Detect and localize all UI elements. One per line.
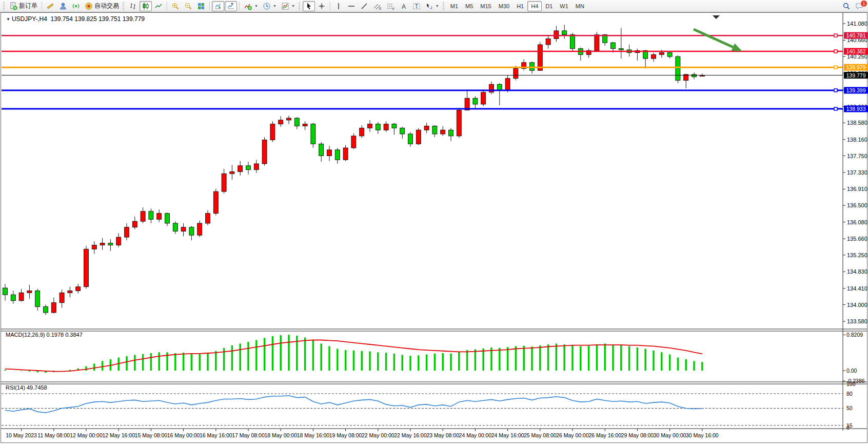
candle-body[interactable] bbox=[238, 166, 243, 172]
candle-body[interactable] bbox=[270, 124, 275, 140]
candle-body[interactable] bbox=[562, 31, 567, 35]
tab-timeframe-D1[interactable]: D1 bbox=[542, 1, 556, 11]
candle-body[interactable] bbox=[84, 249, 89, 286]
candle-body[interactable] bbox=[279, 120, 283, 124]
candle-body[interactable] bbox=[659, 52, 664, 54]
candle-body[interactable] bbox=[262, 140, 267, 164]
tab-timeframe-W1[interactable]: W1 bbox=[556, 1, 572, 11]
candle-body[interactable] bbox=[327, 150, 332, 156]
auto-scroll-button[interactable] bbox=[212, 1, 224, 11]
candle-body[interactable] bbox=[149, 211, 153, 219]
line-chart-button[interactable] bbox=[152, 1, 165, 11]
candle-body[interactable] bbox=[546, 38, 550, 45]
candle-body[interactable] bbox=[27, 291, 32, 293]
candle-body[interactable] bbox=[432, 126, 437, 134]
periods-button[interactable]: ▼ bbox=[261, 1, 279, 11]
tab-timeframe-H4[interactable]: H4 bbox=[527, 1, 542, 11]
candle-body[interactable] bbox=[335, 150, 340, 160]
candle-body[interactable] bbox=[157, 214, 162, 220]
candle-body[interactable] bbox=[189, 227, 194, 235]
autotrading-button[interactable]: 自动交易 bbox=[83, 1, 121, 11]
candle-body[interactable] bbox=[360, 128, 364, 136]
tab-timeframe-M5[interactable]: M5 bbox=[462, 1, 477, 11]
candle-body[interactable] bbox=[230, 171, 234, 173]
candle-body[interactable] bbox=[408, 134, 413, 144]
indicators-button[interactable]: ▼ bbox=[242, 1, 260, 11]
candle-body[interactable] bbox=[400, 128, 405, 134]
notifications-button[interactable]: 1 bbox=[853, 1, 866, 11]
candle-body[interactable] bbox=[35, 291, 40, 306]
candle-body[interactable] bbox=[287, 118, 291, 120]
line-handle[interactable] bbox=[834, 66, 837, 69]
candle-body[interactable] bbox=[441, 130, 445, 134]
channel-button[interactable]: E bbox=[371, 1, 384, 11]
toolbar-grip[interactable] bbox=[123, 2, 124, 10]
candle-body[interactable] bbox=[554, 31, 559, 38]
candle-body[interactable] bbox=[424, 126, 429, 130]
candle-body[interactable] bbox=[497, 84, 502, 90]
toolbar-grip[interactable] bbox=[443, 2, 444, 10]
candle-body[interactable] bbox=[132, 221, 137, 227]
tab-timeframe-H1[interactable]: H1 bbox=[513, 1, 527, 11]
candle-body[interactable] bbox=[530, 63, 535, 70]
candle-body[interactable] bbox=[376, 124, 380, 130]
candle-body[interactable] bbox=[595, 35, 599, 51]
candle-body[interactable] bbox=[68, 291, 72, 293]
candle-body[interactable] bbox=[384, 124, 388, 130]
chart-canvas[interactable]: 141.080140.660140.250139.830139.410138.9… bbox=[0, 12, 868, 444]
zoom-out-button[interactable] bbox=[182, 1, 194, 11]
virtual-hosting-button[interactable] bbox=[57, 1, 69, 11]
candle-body[interactable] bbox=[181, 227, 186, 231]
candle-body[interactable] bbox=[108, 243, 113, 245]
candle-body[interactable] bbox=[254, 164, 259, 170]
candle-body[interactable] bbox=[51, 303, 56, 313]
candle-body[interactable] bbox=[92, 245, 96, 249]
line-handle[interactable] bbox=[834, 34, 837, 37]
candle-body[interactable] bbox=[303, 124, 307, 126]
candle-body[interactable] bbox=[206, 214, 210, 223]
templates-button[interactable]: ▼ bbox=[279, 1, 297, 11]
candle-body[interactable] bbox=[125, 227, 129, 237]
candle-body[interactable] bbox=[611, 43, 616, 49]
candle-body[interactable] bbox=[416, 130, 421, 144]
candle-body[interactable] bbox=[351, 136, 356, 148]
candle-body[interactable] bbox=[692, 74, 697, 77]
candlestick-button[interactable] bbox=[140, 1, 152, 11]
line-handle[interactable] bbox=[834, 107, 837, 110]
candle-body[interactable] bbox=[165, 214, 170, 223]
candle-body[interactable] bbox=[457, 110, 461, 136]
candle-body[interactable] bbox=[368, 124, 372, 128]
candle-body[interactable] bbox=[619, 49, 623, 50]
candle-body[interactable] bbox=[100, 243, 105, 245]
text-button[interactable]: A bbox=[398, 1, 410, 11]
candle-body[interactable] bbox=[652, 54, 656, 59]
tile-windows-button[interactable] bbox=[195, 1, 207, 11]
candle-body[interactable] bbox=[343, 148, 348, 160]
candle-body[interactable] bbox=[11, 295, 15, 301]
candle-body[interactable] bbox=[570, 35, 575, 49]
candle-body[interactable] bbox=[246, 166, 251, 170]
crosshair-button[interactable] bbox=[315, 1, 328, 11]
trendline-button[interactable] bbox=[358, 1, 370, 11]
candle-body[interactable] bbox=[116, 237, 121, 245]
candle-body[interactable] bbox=[19, 293, 24, 300]
tab-timeframe-M1[interactable]: M1 bbox=[447, 1, 462, 11]
cursor-button[interactable] bbox=[303, 1, 315, 11]
bar-chart-button[interactable] bbox=[127, 1, 139, 11]
toolbar-grip[interactable] bbox=[299, 2, 300, 10]
text-label-button[interactable]: T bbox=[410, 1, 423, 11]
candle-body[interactable] bbox=[449, 130, 453, 136]
candle-body[interactable] bbox=[141, 211, 145, 221]
candle-body[interactable] bbox=[311, 124, 315, 144]
chart-shift-button[interactable] bbox=[225, 1, 237, 11]
new-order-button[interactable]: 新订单 bbox=[7, 1, 40, 11]
fibonacci-button[interactable]: F bbox=[384, 1, 397, 11]
candle-body[interactable] bbox=[3, 288, 8, 295]
candle-body[interactable] bbox=[676, 56, 680, 80]
line-handle[interactable] bbox=[834, 50, 837, 53]
candle-body[interactable] bbox=[505, 79, 510, 90]
candle-body[interactable] bbox=[392, 124, 397, 128]
candle-body[interactable] bbox=[76, 287, 81, 291]
candle-body[interactable] bbox=[319, 144, 324, 156]
candle-body[interactable] bbox=[198, 223, 202, 235]
